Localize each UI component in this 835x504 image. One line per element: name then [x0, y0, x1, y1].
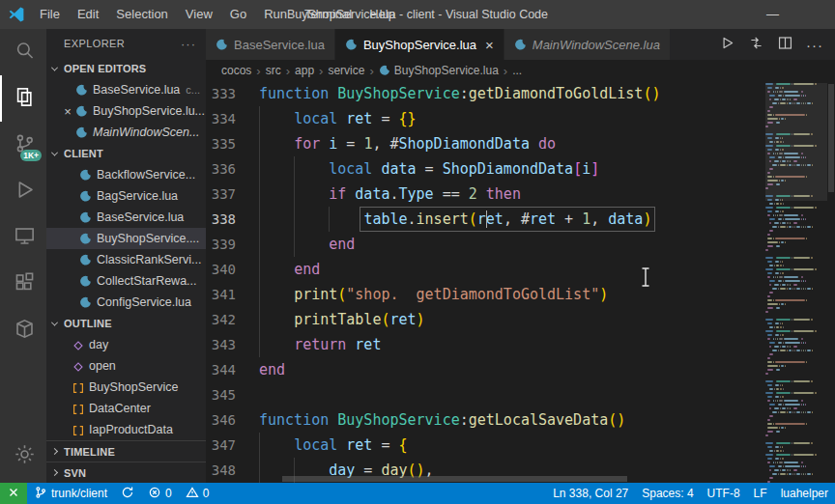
breadcrumb-item[interactable]: ›BuyShopService.lua	[364, 64, 498, 78]
breadcrumb-label: cocos	[221, 64, 251, 77]
outline-header[interactable]: OUTLINE	[46, 313, 206, 334]
tab-BaseService.lua[interactable]: BaseService.lua	[206, 29, 334, 60]
open-editor-item[interactable]: BaseService.luac...	[46, 79, 206, 100]
menu-run[interactable]: Run	[255, 0, 296, 29]
code-line-340[interactable]: 340 end	[206, 257, 762, 282]
close-icon[interactable]: ×	[60, 104, 75, 119]
eol[interactable]: LF	[747, 483, 774, 504]
code-line-344[interactable]: 344end	[206, 357, 762, 382]
sync-item[interactable]	[114, 483, 141, 504]
status-label: Spaces: 4	[642, 487, 693, 500]
menu-edit[interactable]: Edit	[69, 0, 107, 29]
activity-remote-explorer-icon[interactable]	[0, 214, 46, 261]
activity-explorer-icon[interactable]	[0, 75, 46, 122]
line-code: for i = 1, #ShopDiamondData do	[259, 131, 556, 156]
code-line-335[interactable]: 335 for i = 1, #ShopDiamondData do	[206, 131, 762, 156]
menu-terminal[interactable]: Terminal	[296, 0, 360, 29]
breadcrumb-item[interactable]: ›src	[251, 64, 280, 78]
package-icon	[14, 318, 36, 344]
warning-icon	[186, 486, 199, 502]
open-editor-item[interactable]: ×BuyShopService.lu...	[46, 100, 206, 122]
open-editor-item[interactable]: MainWindowScen...	[46, 122, 206, 143]
cursor-position[interactable]: Ln 338, Col 27	[546, 483, 635, 504]
code-line-346[interactable]: 346function BuyShopService:getLocalSaveD…	[206, 407, 762, 433]
outline-item[interactable]: IapProductData	[46, 419, 206, 440]
branch-item[interactable]: trunk/client	[27, 483, 114, 504]
line-number: 346	[206, 407, 259, 433]
activity-package-icon[interactable]	[0, 307, 46, 353]
open-editors-header[interactable]: OPEN EDITORS	[46, 58, 206, 79]
code-line-338[interactable]: 338 table.insert(ret, #ret + 1, data)	[206, 207, 762, 232]
breadcrumb-item[interactable]: ›service	[314, 64, 364, 78]
outline-item[interactable]: day	[46, 334, 206, 355]
tree-item[interactable]: CollectStarRewa...	[46, 270, 206, 292]
horizontal-scrollbar[interactable]	[282, 476, 748, 482]
code-line-345[interactable]: 345	[206, 382, 762, 407]
tree-item[interactable]: BagService.lua	[46, 185, 206, 207]
split-editor-icon[interactable]	[777, 35, 793, 55]
explorer-icon	[14, 86, 36, 112]
timeline-header[interactable]: TIMELINE	[46, 440, 206, 462]
code-line-339[interactable]: 339 end	[206, 232, 762, 257]
menu-file[interactable]: File	[31, 0, 69, 29]
outline-item[interactable]: DataCenter	[46, 398, 206, 419]
tree-item[interactable]: ClassicRankServi...	[46, 249, 206, 270]
tab-MainWindowScene.lua[interactable]: MainWindowScene.lua	[504, 29, 670, 60]
breadcrumb-item[interactable]: ›...	[499, 64, 522, 78]
activity-source-control-icon[interactable]: 1K+	[0, 122, 46, 168]
code-line-336[interactable]: 336 local data = ShopDiamondData[i]	[206, 156, 762, 182]
menu-help[interactable]: Help	[360, 0, 404, 29]
menu-view[interactable]: View	[177, 0, 221, 29]
line-number: 345	[206, 382, 259, 407]
breadcrumb-label: BuyShopService.lua	[394, 64, 499, 77]
code-line-333[interactable]: 333function BuyShopService:getDiamondToG…	[206, 81, 762, 106]
symbol-field-icon	[72, 339, 84, 351]
compare-changes-icon[interactable]	[748, 35, 764, 55]
menu-go[interactable]: Go	[221, 0, 255, 29]
line-code: local ret = {}	[259, 106, 417, 131]
tree-item[interactable]: BaseService.lua	[46, 207, 206, 228]
sidebar-actions-icon[interactable]: ···	[181, 37, 196, 51]
outline-item[interactable]: open	[46, 355, 206, 377]
activity-run-debug-icon[interactable]	[0, 168, 46, 214]
tree-item[interactable]: BuyShopService....	[46, 228, 206, 249]
tab-BuyShopService.lua[interactable]: BuyShopService.lua×	[335, 29, 504, 60]
activity-settings-gear-icon[interactable]	[0, 433, 46, 479]
error-icon	[148, 486, 161, 502]
code-line-342[interactable]: 342 printTable(ret)	[206, 307, 762, 332]
minimize-icon[interactable]: —	[766, 0, 779, 29]
encoding[interactable]: UTF-8	[701, 483, 747, 504]
menu-selection[interactable]: Selection	[107, 0, 176, 29]
vertical-scrollbar[interactable]	[827, 81, 835, 483]
outline-item[interactable]: BuyShopService	[46, 377, 206, 398]
activity-extensions-icon[interactable]	[0, 261, 46, 307]
tree-item[interactable]: BackflowService...	[46, 164, 206, 185]
code-line-337[interactable]: 337 if data.Type == 2 then	[206, 182, 762, 207]
code-line-334[interactable]: 334 local ret = {}	[206, 106, 762, 131]
language-mode[interactable]: luahelper	[774, 483, 835, 504]
minimap-slider[interactable]	[765, 83, 827, 201]
breadcrumb-label: ...	[512, 64, 522, 77]
folder-header[interactable]: CLIENT	[46, 143, 206, 164]
line-number: 335	[206, 131, 259, 156]
code-line-341[interactable]: 341 print("shop. getDiamondToGoldList")	[206, 282, 762, 307]
problems-errors[interactable]: 0	[141, 483, 179, 504]
lua-file-icon	[79, 233, 92, 245]
remote-indicator[interactable]	[0, 483, 27, 504]
outline-item-label: IapProductData	[89, 423, 173, 436]
editor[interactable]: 333function BuyShopService:getDiamondToG…	[206, 81, 835, 483]
indentation[interactable]: Spaces: 4	[635, 483, 700, 504]
code-line-343[interactable]: 343 return ret	[206, 332, 762, 357]
breadcrumb-separator-icon: ›	[504, 64, 507, 78]
run-file-icon[interactable]	[719, 35, 735, 55]
breadcrumb-item[interactable]: cocos	[221, 64, 251, 77]
close-icon[interactable]: ×	[485, 38, 494, 52]
breadcrumb-item[interactable]: ›app	[281, 64, 314, 78]
code-line-347[interactable]: 347 local ret = {	[206, 433, 762, 458]
svn-header[interactable]: SVN	[46, 462, 206, 483]
open-editor-detail: c...	[186, 84, 200, 96]
activity-search-icon[interactable]	[0, 29, 46, 75]
more-actions-icon[interactable]: ···	[806, 37, 823, 53]
tree-item[interactable]: ConfigService.lua	[46, 292, 206, 313]
problems-warnings[interactable]: 0	[179, 483, 216, 504]
